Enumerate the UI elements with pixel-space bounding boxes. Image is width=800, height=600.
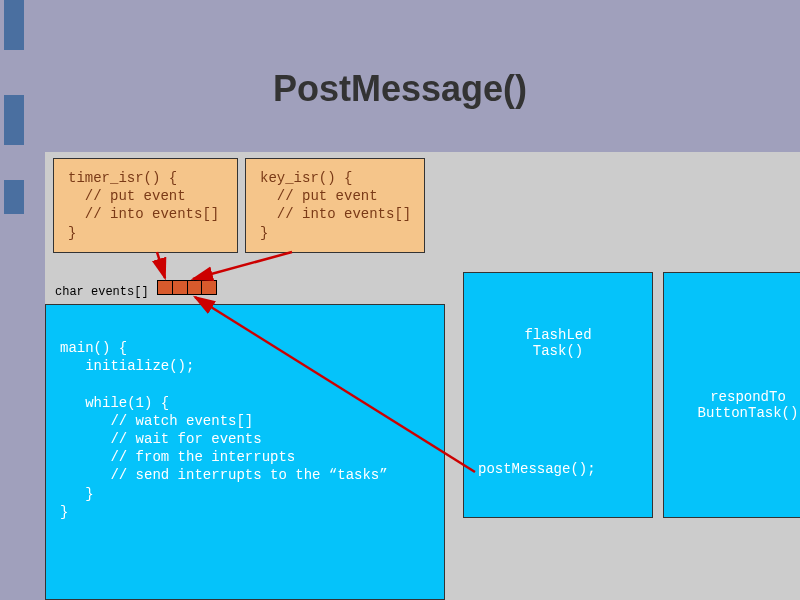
svg-line-0 — [157, 252, 165, 278]
postmessage-call: postMessage(); — [478, 461, 596, 477]
timer-isr-box: timer_isr() { // put event // into event… — [53, 158, 238, 253]
events-cell — [188, 281, 203, 294]
events-cell — [173, 281, 188, 294]
main-box: main() { initialize(); while(1) { // wat… — [45, 304, 445, 600]
events-array — [157, 280, 217, 295]
key-isr-box: key_isr() { // put event // into events[… — [245, 158, 425, 253]
slide-tab-1 — [4, 0, 24, 50]
respond-label: respondTo ButtonTask() — [664, 389, 800, 421]
respond-task-box: respondTo ButtonTask() — [663, 272, 800, 518]
flashled-task-box: flashLed Task() postMessage(); — [463, 272, 653, 518]
slide-title: PostMessage() — [0, 68, 800, 110]
flashled-label: flashLed Task() — [464, 327, 652, 359]
svg-line-1 — [193, 252, 292, 279]
events-cell — [158, 281, 173, 294]
slide-tab-3 — [4, 180, 24, 214]
events-label: char events[] — [55, 285, 149, 299]
events-cell — [202, 281, 216, 294]
diagram-canvas: timer_isr() { // put event // into event… — [45, 152, 800, 600]
